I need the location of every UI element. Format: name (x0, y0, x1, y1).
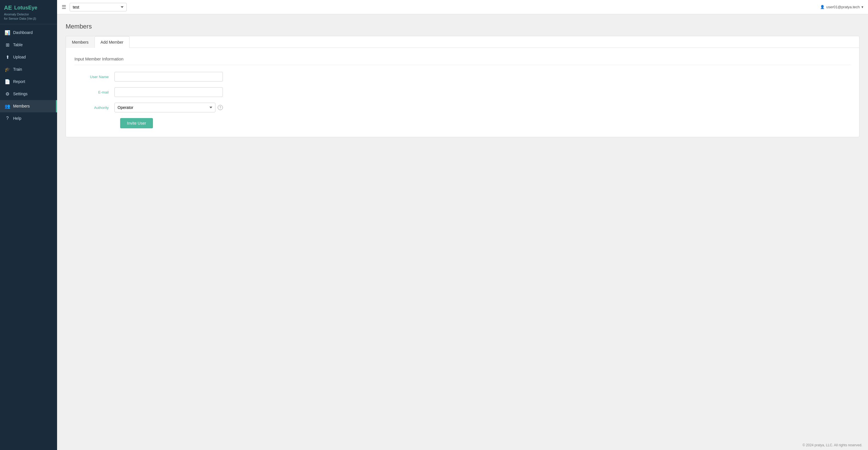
hamburger-button[interactable]: ☰ (62, 4, 66, 10)
logo-name: LotusEye (14, 5, 37, 11)
upload-icon: ⬆ (5, 55, 10, 60)
logo-subtitle: Anomaly Detector for Sensor Data (Ver.β) (4, 12, 53, 21)
members-card: Members Add Member Input Member Informat… (66, 36, 860, 137)
sidebar-item-label: Help (13, 116, 22, 121)
email-input[interactable] (115, 87, 223, 97)
user-icon: 👤 (820, 5, 825, 9)
email-label: E-mail (74, 90, 115, 94)
sidebar-item-label: Settings (13, 92, 28, 96)
topbar: ☰ test 👤 user01@pratya.tech ▾ (57, 0, 868, 14)
footer: © 2024 pratya, LLC. All rights reserved. (57, 440, 868, 450)
settings-icon: ⚙ (5, 91, 10, 97)
authority-group: Authority Operator Admin Viewer ? (74, 103, 850, 112)
project-dropdown[interactable]: test (70, 3, 127, 11)
footer-text: © 2024 pratya, LLC. All rights reserved. (802, 443, 862, 447)
sidebar-item-label: Dashboard (13, 30, 33, 35)
tab-add-member[interactable]: Add Member (94, 36, 129, 48)
authority-label: Authority (74, 105, 115, 110)
invite-user-button[interactable]: Invite User (120, 118, 153, 128)
sidebar-nav: 📊 Dashboard ⊞ Table ⬆ Upload 🎓 Train 📄 R… (0, 24, 57, 450)
sidebar-item-upload[interactable]: ⬆ Upload (0, 51, 57, 63)
username-label: User Name (74, 75, 115, 79)
user-display: user01@pratya.tech (826, 5, 860, 9)
tab-members[interactable]: Members (66, 36, 94, 48)
tabs-bar: Members Add Member (66, 36, 859, 48)
sidebar-item-dashboard[interactable]: 📊 Dashboard (0, 27, 57, 39)
sidebar: AE LotusEye Anomaly Detector for Sensor … (0, 0, 57, 450)
sidebar-item-train[interactable]: 🎓 Train (0, 63, 57, 75)
sidebar-item-table[interactable]: ⊞ Table (0, 39, 57, 51)
content-area: Members Members Add Member Input Member … (57, 14, 868, 440)
sidebar-item-report[interactable]: 📄 Report (0, 75, 57, 88)
section-title: Input Member Information (74, 57, 850, 65)
sidebar-item-label: Report (13, 79, 25, 84)
sidebar-item-help[interactable]: ? Help (0, 112, 57, 124)
sidebar-item-label: Upload (13, 55, 26, 59)
main-area: ☰ test 👤 user01@pratya.tech ▾ Members Me… (57, 0, 868, 450)
username-input[interactable] (115, 72, 223, 82)
authority-select-wrap: Operator Admin Viewer ? (115, 103, 223, 112)
sidebar-item-label: Members (13, 104, 30, 108)
sidebar-item-label: Train (13, 67, 22, 72)
card-body: Input Member Information User Name E-mai… (66, 48, 859, 137)
train-icon: 🎓 (5, 67, 10, 72)
username-group: User Name (74, 72, 850, 82)
dashboard-icon: 📊 (5, 30, 10, 35)
authority-help-icon[interactable]: ? (218, 105, 223, 110)
sidebar-item-members[interactable]: 👥 Members (0, 100, 57, 112)
user-dropdown-icon[interactable]: ▾ (862, 5, 863, 9)
table-icon: ⊞ (5, 42, 10, 47)
sidebar-logo: AE LotusEye Anomaly Detector for Sensor … (0, 0, 57, 24)
logo-icon: AE (4, 5, 12, 11)
help-icon: ? (5, 116, 10, 121)
sidebar-item-settings[interactable]: ⚙ Settings (0, 88, 57, 100)
email-group: E-mail (74, 87, 850, 97)
sidebar-item-label: Table (13, 42, 23, 47)
members-icon: 👥 (5, 103, 10, 109)
authority-select[interactable]: Operator Admin Viewer (115, 103, 215, 112)
invite-button-row: Invite User (74, 118, 850, 128)
report-icon: 📄 (5, 79, 10, 85)
page-title: Members (66, 23, 860, 30)
